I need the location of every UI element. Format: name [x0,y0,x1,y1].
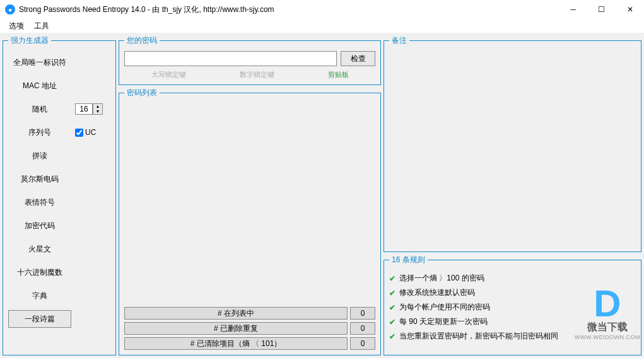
spin-up-icon[interactable]: ▲ [93,104,102,109]
gen-guid-button[interactable]: 全局唯一标识符 [8,54,71,71]
rule-item: ✔每 90 天定期更新一次密码 [389,316,636,327]
rule-item: ✔选择一个熵 〉100 的密码 [389,273,636,284]
stat-cleared-value: 0 [350,337,375,350]
stat-cleared-label: # 已清除项目（熵 〈 101） [124,337,348,350]
left-column: 强力生成器 全局唯一标识符 MAC 地址 随机 ▲▼ 序列号 UC [3,35,116,355]
minimize-button[interactable]: ─ [559,0,587,19]
stat-in-list-label: # 在列表中 [124,307,348,320]
password-list-area[interactable] [124,103,375,304]
password-list-group: 密码列表 # 在列表中 0 # 已删除重复 0 # 已清除项目（熵 〈 101）… [119,88,381,355]
middle-column: 您的密码 检查 大写锁定键 数字锁定键 剪贴板 密码列表 # 在列表中 0 # … [119,35,381,355]
check-button[interactable]: 检查 [341,51,375,66]
check-icon: ✔ [389,318,395,326]
app-icon: ● [5,4,15,14]
titlebar: ● Strong Passwords Need Entropy 14.0 - 由… [0,0,644,19]
gen-hex-button[interactable]: 十六进制魔数 [8,263,71,281]
check-icon: ✔ [389,332,395,341]
content-area: 强力生成器 全局唯一标识符 MAC 地址 随机 ▲▼ 序列号 UC [0,33,644,358]
random-length-input[interactable] [75,103,93,115]
rule-item: ✔当您重新设置密码时，新密码不能与旧密码相同 [389,331,636,342]
rule-text: 每 90 天定期更新一次密码 [399,316,488,327]
uc-checkbox[interactable] [75,129,83,137]
generators-group: 强力生成器 全局唯一标识符 MAC 地址 随机 ▲▼ 序列号 UC [3,35,116,355]
gen-dict-button[interactable]: 字典 [8,287,71,304]
check-icon: ✔ [389,303,395,312]
close-button[interactable]: ✕ [616,0,644,19]
menubar: 选项 工具 [0,19,644,33]
menu-options[interactable]: 选项 [4,20,29,33]
window-title: Strong Passwords Need Entropy 14.0 - 由 t… [19,4,559,15]
spin-down-icon[interactable]: ▼ [93,109,102,114]
gen-poem-button[interactable]: 一段诗篇 [8,310,71,328]
gen-emoji-button[interactable]: 表情符号 [8,193,71,211]
window-controls: ─ ☐ ✕ [559,0,644,19]
password-group: 您的密码 检查 大写锁定键 数字锁定键 剪贴板 [119,35,381,85]
rule-text: 选择一个熵 〉100 的密码 [399,273,484,284]
rule-text: 为每个帐户使用不同的密码 [399,302,490,313]
gen-crypto-button[interactable]: 加密代码 [8,217,71,234]
uc-checkbox-row[interactable]: UC [75,128,96,137]
numlock-status: 数字锁定键 [240,70,274,79]
maximize-button[interactable]: ☐ [587,0,616,19]
stat-in-list-value: 0 [350,307,375,320]
rule-text: 当您重新设置密码时，新密码不能与旧密码相同 [399,331,558,342]
uc-label: UC [85,128,96,137]
notes-legend: 备注 [389,35,409,46]
rules-legend: 16 条规则 [389,255,428,265]
right-column: 备注 16 条规则 ✔选择一个熵 〉100 的密码 ✔修改系统快速默认密码 ✔为… [383,35,641,355]
gen-random-button[interactable]: 随机 [8,100,71,118]
check-icon: ✔ [389,274,395,283]
stat-dup-label: # 已删除重复 [124,322,348,335]
check-icon: ✔ [389,289,395,297]
capslock-status: 大写锁定键 [151,70,186,79]
rule-item: ✔为每个帐户使用不同的密码 [389,302,636,313]
clipboard-status: 剪贴板 [328,70,349,79]
notes-group: 备注 [383,35,641,252]
stat-dup-value: 0 [350,322,375,335]
gen-morse-button[interactable]: 莫尔斯电码 [8,170,71,188]
gen-mac-button[interactable]: MAC 地址 [8,77,71,95]
menu-tools[interactable]: 工具 [29,20,54,33]
generators-legend: 强力生成器 [8,35,51,46]
list-legend: 密码列表 [124,88,160,98]
rules-group: 16 条规则 ✔选择一个熵 〉100 的密码 ✔修改系统快速默认密码 ✔为每个帐… [383,255,641,355]
password-legend: 您的密码 [124,35,160,46]
gen-pinyin-button[interactable]: 拼读 [8,147,71,165]
random-length-spinner[interactable]: ▲▼ [75,103,103,115]
rule-text: 修改系统快速默认密码 [399,287,475,298]
password-input[interactable] [124,51,337,66]
gen-serial-button[interactable]: 序列号 [8,124,71,141]
gen-martian-button[interactable]: 火星文 [8,240,71,258]
rule-item: ✔修改系统快速默认密码 [389,287,636,298]
